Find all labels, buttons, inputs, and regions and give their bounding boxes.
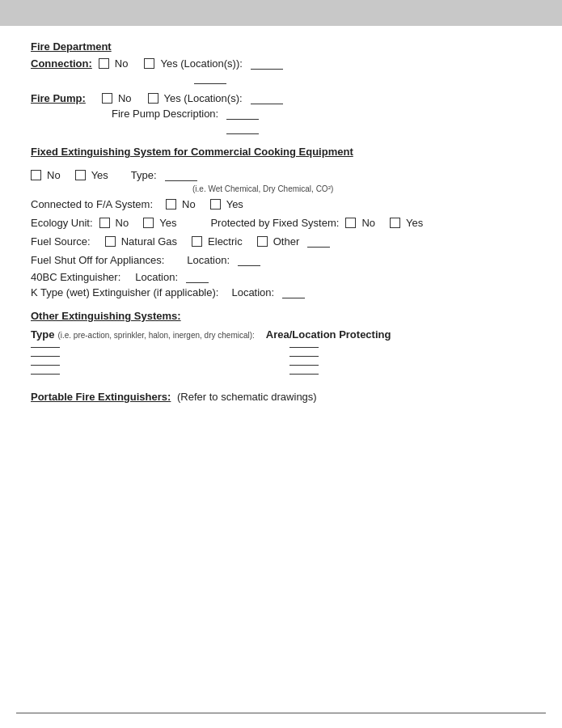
- top-bar: [0, 0, 562, 26]
- fire-dept-title: Fire Department: [31, 40, 531, 53]
- other-ext-area-label: Area/Location Protecting: [266, 328, 391, 341]
- connected-no-checkbox[interactable]: [166, 199, 176, 210]
- fuel-shutoff-location-label: Location:: [187, 254, 230, 266]
- fire-pump-row: Fire Pump: No Yes (Location(s):: [31, 92, 531, 104]
- k-type-location-blank[interactable]: [282, 287, 305, 298]
- portable-label: Portable Fire Extinguishers:: [31, 391, 171, 403]
- natural-gas-label: Natural Gas: [121, 235, 177, 248]
- fire-department-section: Fire Department Connection: No Yes (Loca…: [31, 40, 531, 84]
- fire-pump-yes-checkbox[interactable]: [148, 93, 158, 104]
- other-ext-type-line-1[interactable]: [31, 347, 60, 348]
- connection-location-blank[interactable]: [251, 58, 283, 70]
- natural-gas-checkbox[interactable]: [105, 236, 116, 247]
- other-ext-area-line-2[interactable]: [289, 356, 319, 357]
- fire-pump-no-label: No: [118, 92, 132, 104]
- protected-no-checkbox[interactable]: [345, 218, 356, 228]
- connection-no-checkbox[interactable]: [99, 58, 109, 69]
- fire-pump-desc-blank2[interactable]: [226, 123, 259, 134]
- fixed-ext-type-row: No Yes Type:: [31, 169, 531, 181]
- other-checkbox[interactable]: [257, 236, 268, 247]
- other-blank[interactable]: [307, 236, 330, 248]
- fire-pump-label: Fire Pump:: [31, 92, 86, 104]
- fire-pump-yes-label: Yes (Location(s):: [164, 92, 243, 104]
- fixed-ext-type-label: Type:: [131, 169, 157, 181]
- protected-no-label: No: [361, 217, 375, 229]
- k-type-row: K Type (wet) Extinguisher (if applicable…: [31, 286, 531, 298]
- other-ext-type-header-row: Type (i.e. pre-action, sprinkler, halon,…: [31, 328, 531, 341]
- other-ext-title: Other Extinguishing Systems:: [31, 310, 531, 322]
- other-ext-section: Other Extinguishing Systems: Type (i.e. …: [31, 310, 531, 383]
- protected-label: Protected by Fixed System:: [210, 217, 339, 229]
- other-ext-type-line-2[interactable]: [31, 356, 60, 357]
- connection-yes-label: Yes (Location(s)):: [160, 57, 242, 70]
- fire-pump-desc-blank[interactable]: [226, 108, 259, 120]
- connected-no-label: No: [182, 198, 196, 210]
- protected-yes-label: Yes: [406, 217, 423, 229]
- connection-yes-checkbox[interactable]: [144, 58, 154, 69]
- connection-row: Connection: No Yes (Location(s)):: [31, 57, 531, 70]
- extinguisher-40bc-row: 40BC Extinguisher: Location:: [31, 271, 531, 283]
- fire-pump-no-checkbox[interactable]: [102, 93, 112, 104]
- fixed-ext-section: Fixed Extinguishing System for Commercia…: [31, 146, 531, 298]
- other-ext-lines-grid: [31, 347, 531, 383]
- connection-label: Connection:: [31, 57, 92, 70]
- k-type-location-label: Location:: [231, 286, 274, 298]
- fire-pump-location-blank[interactable]: [251, 93, 283, 104]
- other-ext-area-line-1[interactable]: [289, 347, 319, 348]
- connection-location-blank2[interactable]: [194, 73, 226, 84]
- fuel-source-row: Fuel Source: Natural Gas Electric Other: [31, 235, 531, 248]
- electric-label: Electric: [208, 235, 243, 248]
- fire-pump-desc-label: Fire Pump Description:: [112, 108, 218, 120]
- connected-fa-row: Connected to F/A System: No Yes: [31, 198, 531, 210]
- ecology-no-checkbox[interactable]: [99, 218, 110, 228]
- ecology-yes-checkbox[interactable]: [143, 218, 154, 228]
- ecology-yes-label: Yes: [159, 217, 176, 229]
- protected-yes-checkbox[interactable]: [390, 218, 400, 228]
- connected-yes-checkbox[interactable]: [210, 199, 221, 210]
- other-ext-type-line-3[interactable]: [31, 365, 60, 366]
- connection-no-label: No: [115, 57, 129, 70]
- other-ext-type-note: (i.e. pre-action, sprinkler, halon, iner…: [57, 331, 254, 340]
- portable-ext-section: Portable Fire Extinguishers: (Refer to s…: [31, 391, 531, 403]
- fuel-shutoff-location-blank[interactable]: [238, 255, 260, 266]
- connected-label: Connected to F/A System:: [31, 198, 153, 210]
- ecology-row: Ecology Unit: No Yes Protected by Fixed …: [31, 217, 531, 229]
- fixed-ext-yes-label: Yes: [91, 169, 108, 181]
- fixed-ext-type-blank[interactable]: [165, 170, 197, 181]
- fuel-source-label: Fuel Source:: [31, 235, 91, 248]
- 40bc-location-blank[interactable]: [186, 272, 209, 283]
- fixed-ext-no-checkbox[interactable]: [31, 170, 41, 180]
- 40bc-location-label: Location:: [135, 271, 178, 283]
- fixed-ext-no-label: No: [47, 169, 61, 181]
- other-ext-area-line-4[interactable]: [289, 374, 319, 375]
- fire-pump-section: Fire Pump: No Yes (Location(s): Fire Pum…: [31, 92, 531, 134]
- bottom-divider: [16, 713, 546, 713]
- fire-pump-desc-row: Fire Pump Description:: [31, 108, 531, 120]
- fixed-ext-title: Fixed Extinguishing System for Commercia…: [31, 146, 531, 158]
- other-ext-type-label: Type: [31, 328, 54, 341]
- portable-note: (Refer to schematic drawings): [177, 391, 317, 403]
- k-type-label: K Type (wet) Extinguisher (if applicable…: [31, 286, 218, 298]
- connected-yes-label: Yes: [226, 198, 243, 210]
- ecology-label: Ecology Unit:: [31, 217, 93, 229]
- other-label: Other: [273, 235, 300, 248]
- fuel-shutoff-row: Fuel Shut Off for Appliances: Location:: [31, 254, 531, 266]
- ecology-no-label: No: [116, 217, 129, 229]
- 40bc-label: 40BC Extinguisher:: [31, 271, 120, 283]
- other-ext-type-line-4[interactable]: [31, 374, 60, 375]
- fixed-ext-note: (i.e. Wet Chemical, Dry Chemical, CO²): [192, 184, 333, 193]
- fixed-ext-yes-checkbox[interactable]: [75, 170, 86, 180]
- electric-checkbox[interactable]: [192, 236, 202, 247]
- other-ext-area-line-3[interactable]: [289, 365, 319, 366]
- fuel-shutoff-label: Fuel Shut Off for Appliances:: [31, 254, 164, 266]
